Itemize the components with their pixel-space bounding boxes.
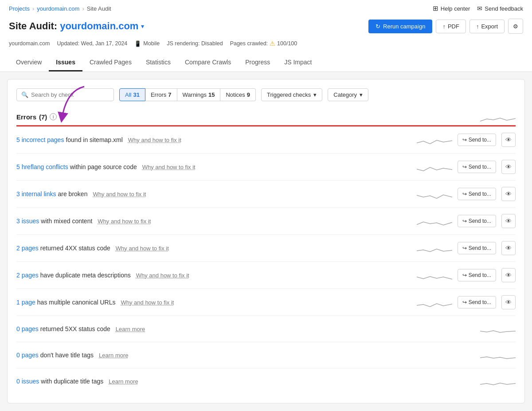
category-dropdown[interactable]: Category ▾ [328,88,368,101]
issue-count-link[interactable]: 3 internal links [16,190,56,198]
fix-link[interactable]: Why and how to fix it [93,191,146,198]
help-center-link[interactable]: ⊞ Help center [433,4,470,12]
issue-count-link[interactable]: 5 hreflang conflicts [16,163,68,170]
issue-count-link[interactable]: 2 pages [16,272,39,279]
send-to-button[interactable]: ↪ Send to... [458,215,496,227]
eye-button[interactable]: 👁 [501,133,516,147]
issue-sparkline [417,160,452,174]
breadcrumb-page: Site Audit [87,5,111,12]
eye-button[interactable]: 👁 [501,241,516,255]
eye-icon: 👁 [505,299,512,306]
tab-crawled-pages[interactable]: Crawled Pages [82,54,139,71]
issue-text: 0 pages don't have title tags Learn more [16,352,475,359]
table-row: 0 pages returned 5XX status code Learn m… [16,316,516,342]
tab-js-impact[interactable]: JS Impact [277,54,319,71]
errors-title: Errors (7) i [16,113,57,121]
issue-description: have duplicate meta descriptions [40,272,131,279]
export-button[interactable]: ↑ Export [469,20,505,33]
settings-button[interactable]: ⚙ [508,19,523,34]
learn-more-link[interactable]: Learn more [99,352,128,359]
send-icon: ↪ [462,164,467,170]
filter-row: 🔍 All 31 Errors 7 Warnings 15 Notices [16,88,516,101]
issue-count-link[interactable]: 2 pages [16,245,39,252]
category-chevron-icon: ▾ [360,91,363,98]
feedback-link[interactable]: ✉ Send feedback [477,5,523,12]
main-content: 🔍 All 31 Errors 7 Warnings 15 Notices [7,79,525,403]
table-row: 3 internal links are broken Why and how … [16,181,516,208]
search-box[interactable]: 🔍 [16,88,114,101]
send-to-button[interactable]: ↪ Send to... [458,188,496,200]
issue-text: 3 internal links are broken Why and how … [16,190,411,198]
breadcrumb-domain[interactable]: yourdomain.com [37,5,79,12]
fix-link[interactable]: Why and how to fix it [128,137,181,143]
issue-sparkline [417,241,452,255]
fix-link[interactable]: Why and how to fix it [142,164,196,170]
errors-count: 7 [168,91,171,98]
filter-notices[interactable]: Notices 9 [220,88,256,101]
pdf-button[interactable]: ↑ PDF [436,20,466,33]
tab-issues[interactable]: Issues [49,54,82,71]
category-label: Category [333,91,357,98]
page-title: Site Audit: [9,20,57,32]
eye-button[interactable]: 👁 [501,160,516,174]
domain-dropdown-icon[interactable]: ▾ [141,23,144,30]
send-to-button[interactable]: ↪ Send to... [458,134,496,146]
tab-progress[interactable]: Progress [238,54,277,71]
fix-link[interactable]: Why and how to fix it [116,245,169,252]
eye-button[interactable]: 👁 [501,268,516,282]
domain-name[interactable]: yourdomain.com [60,20,138,32]
search-input[interactable] [31,91,109,98]
table-row: 2 pages have duplicate meta descriptions… [16,262,516,289]
issue-count-link[interactable]: 0 pages [16,352,39,359]
eye-button[interactable]: 👁 [501,187,516,201]
rerun-campaign-button[interactable]: ↻ Rerun campaign [368,20,432,33]
send-to-button[interactable]: ↪ Send to... [458,296,496,308]
issue-text: 2 pages returned 4XX status code Why and… [16,245,411,252]
tab-statistics[interactable]: Statistics [139,54,178,71]
filter-errors[interactable]: Errors 7 [145,88,177,101]
errors-sparkline [480,110,516,123]
pdf-label: PDF [448,23,459,30]
table-row: 5 incorrect pages found in sitemap.xml W… [16,126,516,154]
issue-sparkline [417,133,452,146]
learn-more-link[interactable]: Learn more [109,378,138,385]
learn-more-link[interactable]: Learn more [116,326,145,332]
breadcrumb-projects[interactable]: Projects [9,5,30,12]
send-to-button[interactable]: ↪ Send to... [458,242,496,254]
mobile-icon: 📱 [134,40,141,47]
rerun-label: Rerun campaign [383,23,425,30]
filter-warnings[interactable]: Warnings 15 [177,88,221,101]
issue-sparkline [480,322,516,336]
tab-compare-crawls[interactable]: Compare Crawls [178,54,238,71]
issue-count-link[interactable]: 0 pages [16,325,39,332]
table-row: 2 pages returned 4XX status code Why and… [16,235,516,262]
fix-link[interactable]: Why and how to fix it [136,272,189,279]
send-to-button[interactable]: ↪ Send to... [458,269,496,281]
eye-button[interactable]: 👁 [501,295,516,309]
send-label: Send to... [469,299,491,305]
issue-count-link[interactable]: 3 issues [16,217,39,225]
issues-table: 5 incorrect pages found in sitemap.xml W… [16,126,516,394]
send-icon: ↪ [462,137,467,143]
all-count: 31 [133,91,139,98]
fix-link[interactable]: Why and how to fix it [121,299,174,306]
triggered-checks-dropdown[interactable]: Triggered checks ▾ [261,88,322,101]
send-to-button[interactable]: ↪ Send to... [458,161,496,173]
nav-tabs: Overview Issues Crawled Pages Statistics… [9,52,523,71]
fix-link[interactable]: Why and how to fix it [98,218,151,225]
issue-count-link[interactable]: 1 page [16,299,35,306]
issue-count-link[interactable]: 5 incorrect pages [16,136,64,143]
issue-count-link[interactable]: 0 issues [16,378,39,385]
issue-text: 5 hreflang conflicts within page source … [16,163,411,170]
issue-sparkline [417,296,452,309]
table-row: 0 issues with duplicate title tags Learn… [16,368,516,394]
eye-icon: 👁 [505,272,512,279]
info-icon[interactable]: i [50,113,57,120]
tab-overview[interactable]: Overview [9,54,49,71]
issue-description: are broken [58,190,88,198]
eye-button[interactable]: 👁 [501,214,516,228]
send-label: Send to... [469,191,491,197]
table-row: 0 pages don't have title tags Learn more [16,342,516,368]
filter-all[interactable]: All 31 [119,88,145,101]
meta-js: JS rendering: Disabled [167,40,223,47]
